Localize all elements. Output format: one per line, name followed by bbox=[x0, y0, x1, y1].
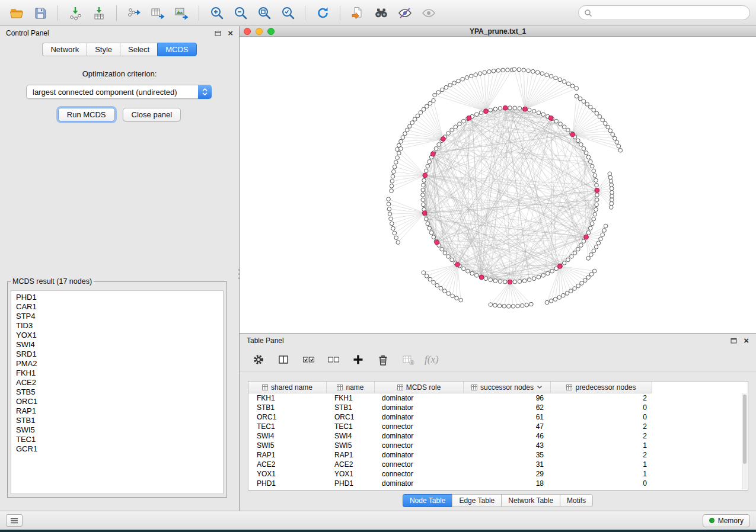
memory-button[interactable]: Memory bbox=[703, 514, 750, 527]
control-panel: Control Panel × Network Style Select MCD… bbox=[0, 26, 240, 511]
mcds-list-item[interactable]: SWI4 bbox=[16, 340, 223, 350]
columns-icon bbox=[277, 353, 290, 366]
table-row[interactable]: ACE2ACE2connector311 bbox=[248, 460, 748, 469]
table-cell: 35 bbox=[464, 450, 551, 460]
run-mcds-button[interactable]: Run MCDS bbox=[58, 108, 115, 121]
table-cell: 96 bbox=[464, 393, 551, 403]
close-panel-icon[interactable]: × bbox=[228, 30, 233, 37]
mcds-list-item[interactable]: STP4 bbox=[16, 312, 223, 321]
table-row[interactable]: PHD1PHD1dominator180 bbox=[248, 479, 748, 488]
export-table-button[interactable] bbox=[147, 3, 168, 23]
window-close-button[interactable] bbox=[244, 28, 251, 35]
mcds-list-item[interactable]: CAR1 bbox=[16, 302, 223, 312]
table-row[interactable]: ORC1ORC1dominator610 bbox=[248, 412, 748, 422]
column-header-predecessor-nodes[interactable]: predecessor nodes bbox=[551, 382, 652, 393]
trash-icon bbox=[377, 353, 390, 366]
select-all-button[interactable] bbox=[300, 351, 317, 368]
open-file-button[interactable] bbox=[6, 3, 27, 23]
table-cell: dominator bbox=[375, 412, 464, 422]
mcds-list-item[interactable]: SRD1 bbox=[16, 350, 223, 359]
show-all-button[interactable] bbox=[418, 3, 439, 23]
search-input[interactable] bbox=[596, 9, 744, 17]
mcds-list-item[interactable]: TID3 bbox=[16, 321, 223, 331]
column-header-successor-nodes[interactable]: successor nodes bbox=[464, 382, 551, 393]
tab-node-table[interactable]: Node Table bbox=[403, 494, 452, 507]
table-cell: ACE2 bbox=[248, 460, 327, 469]
show-columns-button[interactable] bbox=[275, 351, 292, 368]
column-header-name[interactable]: name bbox=[327, 382, 375, 393]
tab-mcds[interactable]: MCDS bbox=[157, 43, 196, 56]
zoom-in-button[interactable] bbox=[206, 3, 227, 23]
status-menu-button[interactable] bbox=[6, 514, 23, 527]
tab-motifs[interactable]: Motifs bbox=[560, 494, 593, 507]
mcds-list-item[interactable]: ACE2 bbox=[16, 378, 223, 387]
function-builder-label[interactable]: f(x) bbox=[425, 354, 439, 366]
find-button[interactable] bbox=[371, 3, 392, 23]
zoom-out-icon bbox=[233, 5, 248, 20]
table-row[interactable]: SWI4SWI4dominator462 bbox=[248, 431, 748, 441]
mcds-list-item[interactable]: PHD1 bbox=[16, 293, 223, 302]
network-view[interactable] bbox=[240, 37, 756, 333]
column-header-shared-name[interactable]: shared name bbox=[248, 382, 327, 393]
table-cell: SWI4 bbox=[248, 431, 327, 441]
table-cell: FKH1 bbox=[327, 393, 375, 403]
share-document-button[interactable] bbox=[347, 3, 368, 23]
window-maximize-button[interactable] bbox=[267, 28, 275, 35]
table-cell: dominator bbox=[375, 431, 464, 441]
network-window-titlebar[interactable]: YPA_prune.txt_1 bbox=[240, 26, 756, 37]
float-panel-icon[interactable] bbox=[215, 30, 221, 36]
float-table-panel-icon[interactable] bbox=[731, 338, 737, 344]
network-window: YPA_prune.txt_1 bbox=[240, 26, 756, 334]
tab-select[interactable]: Select bbox=[120, 43, 157, 56]
delete-column-button[interactable] bbox=[375, 351, 391, 368]
network-graph[interactable] bbox=[240, 37, 754, 333]
mcds-list-item[interactable]: ORC1 bbox=[16, 397, 223, 406]
add-column-button[interactable] bbox=[350, 351, 366, 368]
table-row[interactable]: STB1STB1dominator620 bbox=[248, 403, 748, 412]
close-table-panel-icon[interactable]: × bbox=[744, 337, 749, 344]
scrollbar-thumb[interactable] bbox=[743, 395, 747, 464]
mcds-list-item[interactable]: TEC1 bbox=[16, 435, 223, 444]
export-image-button[interactable] bbox=[171, 3, 192, 23]
tab-network[interactable]: Network bbox=[42, 43, 87, 56]
table-row[interactable]: SWI5SWI5connector431 bbox=[248, 441, 748, 450]
tab-style[interactable]: Style bbox=[87, 43, 120, 56]
mcds-list-item[interactable]: GCR1 bbox=[16, 444, 223, 454]
zoom-selected-button[interactable] bbox=[277, 3, 298, 23]
table-row[interactable]: FKH1FKH1dominator962 bbox=[248, 393, 748, 403]
export-network-button[interactable] bbox=[123, 3, 145, 23]
table-row[interactable]: TEC1TEC1connector472 bbox=[248, 422, 748, 431]
deselect-all-icon bbox=[327, 353, 340, 366]
window-minimize-button[interactable] bbox=[256, 28, 263, 35]
import-network-button[interactable] bbox=[65, 3, 86, 23]
table-scrollbar[interactable] bbox=[742, 393, 747, 489]
tab-edge-table[interactable]: Edge Table bbox=[452, 494, 501, 507]
panel-splitter-handle[interactable] bbox=[237, 263, 241, 284]
mcds-list-item[interactable]: SWI5 bbox=[16, 425, 223, 435]
mcds-list-item[interactable]: STB5 bbox=[16, 387, 223, 397]
mcds-list-item[interactable]: PMA2 bbox=[16, 359, 223, 368]
mcds-list-item[interactable]: STB1 bbox=[16, 416, 223, 425]
mcds-list-item[interactable]: RAP1 bbox=[16, 406, 223, 416]
delete-table-button[interactable] bbox=[400, 351, 416, 368]
save-session-button[interactable] bbox=[30, 3, 51, 23]
table-cell: SWI5 bbox=[327, 441, 375, 450]
toolbar-separator bbox=[58, 5, 58, 21]
hide-selected-button[interactable] bbox=[394, 3, 416, 23]
toolbar-separator bbox=[340, 5, 340, 21]
column-header-mcds-role[interactable]: MCDS role bbox=[375, 382, 464, 393]
zoom-fit-button[interactable] bbox=[253, 3, 275, 23]
mcds-list-item[interactable]: FKH1 bbox=[16, 368, 223, 378]
criterion-dropdown[interactable]: largest connected component (undirected) bbox=[26, 85, 212, 99]
tab-network-table[interactable]: Network Table bbox=[501, 494, 560, 507]
mcds-list-item[interactable]: YOX1 bbox=[16, 331, 223, 340]
table-row[interactable]: YOX1YOX1connector291 bbox=[248, 469, 748, 479]
table-settings-button[interactable] bbox=[250, 351, 267, 368]
refresh-button[interactable] bbox=[312, 3, 333, 23]
table-row[interactable]: RAP1RAP1dominator352 bbox=[248, 450, 748, 460]
zoom-out-button[interactable] bbox=[229, 3, 251, 23]
deselect-all-button[interactable] bbox=[325, 351, 342, 368]
column-menu-icon bbox=[566, 384, 572, 390]
import-table-button[interactable] bbox=[88, 3, 110, 23]
close-panel-button[interactable]: Close panel bbox=[123, 108, 181, 121]
